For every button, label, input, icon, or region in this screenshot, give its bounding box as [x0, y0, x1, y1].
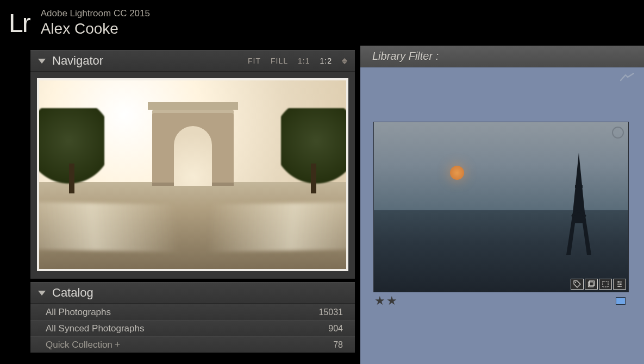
- thumbnail-badges: [571, 279, 626, 290]
- svg-rect-3: [590, 281, 595, 286]
- catalog-row-label: All Synced Photographs: [46, 323, 144, 334]
- svg-point-1: [575, 282, 576, 283]
- svg-point-10: [618, 286, 620, 287]
- app-logo: Lr: [9, 8, 30, 38]
- color-label[interactable]: [616, 297, 626, 305]
- svg-point-9: [620, 284, 622, 285]
- zoom-1-2-button[interactable]: 1:2: [320, 57, 332, 65]
- rating-stars[interactable]: ★★: [374, 294, 398, 308]
- library-grid-view: Library Filter :: [360, 46, 644, 364]
- catalog-panel: Catalog All Photographs 15031 All Synced…: [30, 282, 355, 353]
- catalog-title: Catalog: [52, 286, 93, 300]
- flag-toggle-icon[interactable]: [612, 127, 624, 139]
- zoom-fit-button[interactable]: FIT: [248, 57, 261, 65]
- catalog-row-count: 78: [333, 340, 343, 350]
- grid-cell-footer: ★★: [373, 292, 629, 307]
- catalog-row-label: All Photographs: [46, 307, 111, 318]
- identity-plate: Lr Adobe Lightroom CC 2015 Alex Cooke: [0, 0, 644, 46]
- tag-icon[interactable]: [571, 279, 584, 290]
- disclosure-icon[interactable]: [38, 59, 46, 64]
- catalog-row-count: 904: [328, 324, 343, 334]
- navigator-title: Navigator: [52, 54, 103, 68]
- catalog-row-count: 15031: [319, 307, 343, 317]
- catalog-row-label: Quick Collection: [46, 340, 112, 350]
- crop-icon[interactable]: [599, 279, 612, 290]
- zoom-stepper[interactable]: [342, 58, 347, 64]
- catalog-row-synced-photos[interactable]: All Synced Photographs 904: [30, 320, 355, 336]
- svg-rect-0: [575, 185, 583, 188]
- app-title: Adobe Lightroom CC 2015: [41, 8, 150, 19]
- develop-icon[interactable]: [613, 279, 626, 290]
- eiffel-tower-graphic: [563, 153, 595, 256]
- zoom-1-1-button[interactable]: 1:1: [298, 57, 310, 65]
- navigator-preview[interactable]: [37, 78, 348, 271]
- svg-point-8: [618, 281, 620, 283]
- collection-icon[interactable]: [585, 279, 598, 290]
- navigator-panel: Navigator FIT FILL 1:1 1:2: [30, 50, 355, 279]
- grid-cell[interactable]: ★★: [373, 122, 629, 307]
- catalog-row-all-photos[interactable]: All Photographs 15031: [30, 304, 355, 320]
- user-name: Alex Cooke: [41, 19, 150, 38]
- svg-rect-4: [603, 281, 608, 287]
- filter-lock-icon[interactable]: [620, 73, 634, 85]
- catalog-header[interactable]: Catalog: [30, 282, 355, 304]
- left-panel: Navigator FIT FILL 1:1 1:2: [0, 46, 360, 364]
- library-filter-bar[interactable]: Library Filter :: [360, 46, 644, 67]
- library-filter-title: Library Filter :: [372, 50, 439, 62]
- disclosure-icon[interactable]: [38, 291, 46, 296]
- navigator-header[interactable]: Navigator FIT FILL 1:1 1:2: [30, 50, 355, 72]
- thumbnail[interactable]: [373, 122, 629, 292]
- catalog-row-quick-collection[interactable]: Quick Collection + 78: [30, 336, 355, 353]
- zoom-fill-button[interactable]: FILL: [271, 57, 288, 65]
- plus-icon[interactable]: +: [115, 339, 121, 350]
- svg-rect-2: [589, 282, 593, 287]
- zoom-controls: FIT FILL 1:1 1:2: [248, 57, 347, 65]
